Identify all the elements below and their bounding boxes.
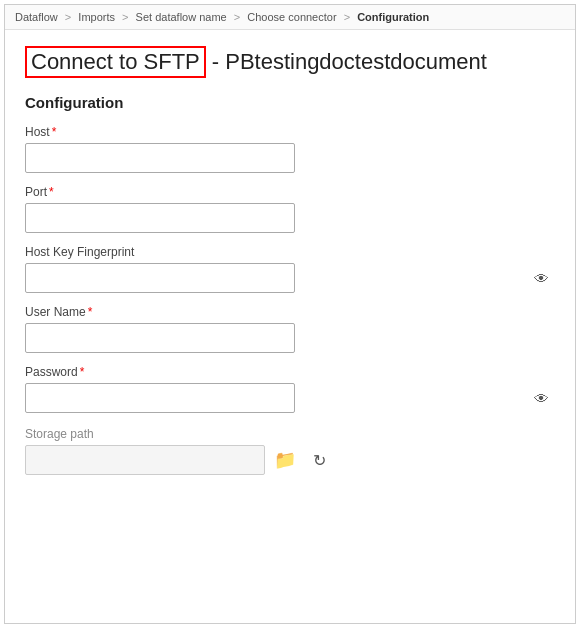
username-input-wrap [25, 323, 555, 353]
port-required: * [49, 185, 54, 199]
host-key-eye-icon[interactable]: 👁 [534, 270, 549, 287]
username-required: * [88, 305, 93, 319]
sep-1: > [65, 11, 71, 23]
breadcrumb-configuration: Configuration [357, 11, 429, 23]
storage-input-row: 📁 ↻ [25, 445, 555, 475]
password-label: Password * [25, 365, 555, 379]
field-group-host: Host * [25, 125, 555, 173]
field-group-password: Password * 👁 [25, 365, 555, 413]
password-input-wrap: 👁 [25, 383, 555, 413]
field-group-username: User Name * [25, 305, 555, 353]
username-input[interactable] [25, 323, 295, 353]
host-key-label: Host Key Fingerprint [25, 245, 555, 259]
host-required: * [52, 125, 57, 139]
content-area: Connect to SFTP - PBtestingdoctestdocume… [5, 30, 575, 491]
breadcrumb-choose-connector[interactable]: Choose connector [247, 11, 336, 23]
port-input-wrap [25, 203, 555, 233]
host-input[interactable] [25, 143, 295, 173]
page-title: Connect to SFTP - PBtestingdoctestdocume… [25, 46, 555, 78]
breadcrumb-set-dataflow-name[interactable]: Set dataflow name [136, 11, 227, 23]
host-key-input-wrap: 👁 [25, 263, 555, 293]
storage-label: Storage path [25, 427, 555, 441]
storage-section: Storage path 📁 ↻ [25, 427, 555, 475]
field-group-port: Port * [25, 185, 555, 233]
password-required: * [80, 365, 85, 379]
breadcrumb: Dataflow > Imports > Set dataflow name >… [5, 5, 575, 30]
breadcrumb-imports[interactable]: Imports [78, 11, 115, 23]
refresh-icon[interactable]: ↻ [305, 446, 333, 474]
host-input-wrap [25, 143, 555, 173]
storage-path-input[interactable] [25, 445, 265, 475]
password-input[interactable] [25, 383, 295, 413]
username-label: User Name * [25, 305, 555, 319]
field-group-host-key: Host Key Fingerprint 👁 [25, 245, 555, 293]
sep-3: > [234, 11, 240, 23]
connect-to-sftp-label: Connect to SFTP [25, 46, 206, 78]
sep-2: > [122, 11, 128, 23]
main-container: Dataflow > Imports > Set dataflow name >… [4, 4, 576, 624]
breadcrumb-dataflow[interactable]: Dataflow [15, 11, 58, 23]
port-label: Port * [25, 185, 555, 199]
port-input[interactable] [25, 203, 295, 233]
folder-icon[interactable]: 📁 [271, 446, 299, 474]
section-title: Configuration [25, 94, 555, 111]
password-eye-icon[interactable]: 👁 [534, 390, 549, 407]
host-label: Host * [25, 125, 555, 139]
host-key-input[interactable] [25, 263, 295, 293]
document-name: - PBtestingdoctestdocument [212, 49, 487, 75]
sep-4: > [344, 11, 350, 23]
